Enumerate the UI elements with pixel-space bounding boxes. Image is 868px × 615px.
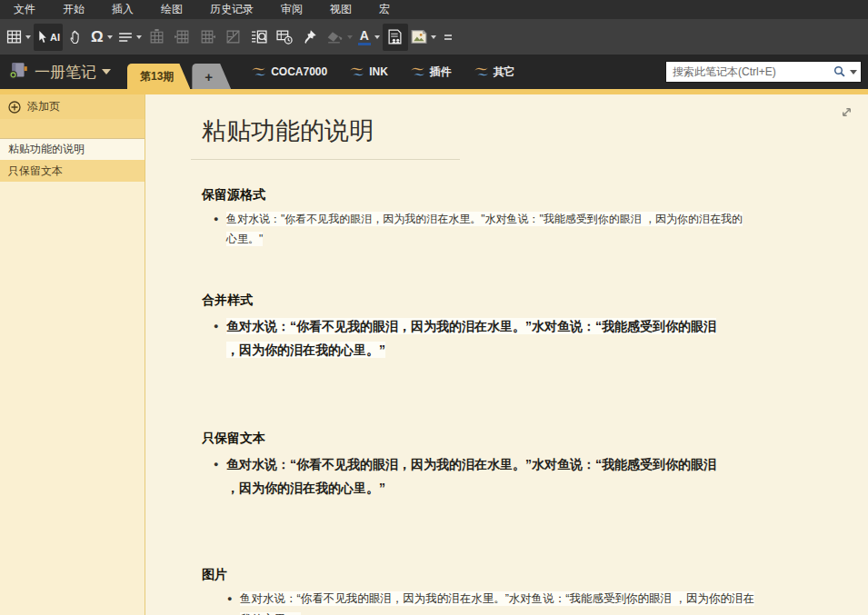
insert-table-icon[interactable]: [145, 24, 170, 51]
align-lines-icon[interactable]: [115, 24, 145, 51]
search-icon[interactable]: [833, 65, 846, 78]
note-text[interactable]: 鱼对水说：“你看不见我的眼泪，因为我的泪在水里。”水对鱼说：“我能感受到你的眼泪…: [226, 457, 716, 495]
note-paragraph[interactable]: ● 鱼对水说：“你看不见我的眼泪，因为我的泪在水里。”水对鱼说：“我能感受到你的…: [202, 452, 868, 500]
section-heading-keep-text-only[interactable]: 只保留文本: [202, 431, 868, 447]
notebook-header: 一册笔记 第13期 + COCA7000 INK 插件 其它: [0, 55, 868, 89]
section-heading-merge-formatting[interactable]: 合并样式: [202, 293, 868, 309]
section-groups: COCA7000 INK 插件 其它: [251, 64, 515, 80]
page-item-paste-instructions[interactable]: 粘贴功能的说明: [0, 138, 145, 160]
menu-review[interactable]: 审阅: [267, 0, 316, 19]
add-page-label: 添加页: [27, 99, 60, 114]
section-group-icon: [474, 66, 489, 78]
menu-home[interactable]: 开始: [49, 0, 98, 19]
menu-insert[interactable]: 插入: [98, 0, 147, 19]
symbol-omega-icon[interactable]: Ω: [88, 24, 115, 51]
font-color-icon[interactable]: A: [355, 24, 383, 51]
note-text[interactable]: 鱼对水说："你看不见我的眼泪，因为我的泪在水里。"水对鱼说："我能感受到你的眼泪…: [226, 212, 743, 246]
page-list-sidebar: 添加页 粘贴功能的说明 只保留文本: [0, 94, 145, 615]
page-item-keep-text-only[interactable]: 只保留文本: [0, 160, 145, 182]
symbol-dropdown-caret[interactable]: [107, 35, 113, 39]
section-group-label: COCA7000: [271, 65, 327, 78]
select-type-label: AI: [50, 32, 60, 43]
section-heading-keep-source-format[interactable]: 保留源格式: [202, 187, 868, 203]
note-paragraph[interactable]: ● 鱼对水说：“你看不见我的眼泪，因为我的泪在水里。”水对鱼说：“我能感受到你的…: [202, 314, 868, 362]
section-group-other[interactable]: 其它: [474, 64, 515, 80]
page-title[interactable]: 粘贴功能的说明: [202, 114, 449, 147]
menu-history[interactable]: 历史记录: [196, 0, 267, 19]
bullet-icon: ●: [215, 589, 240, 615]
page-canvas[interactable]: 粘贴功能的说明 保留源格式 ● 鱼对水说："你看不见我的眼泪，因为我的泪在水里。…: [146, 94, 868, 615]
table-history-icon[interactable]: [272, 24, 297, 51]
customize-icon[interactable]: [444, 35, 452, 40]
tab-issue-13[interactable]: 第13期: [127, 64, 190, 89]
menu-draw[interactable]: 绘图: [147, 0, 196, 19]
table-icon[interactable]: [4, 24, 34, 51]
select-type-icon[interactable]: AI: [34, 24, 63, 51]
section-group-plugins[interactable]: 插件: [410, 64, 452, 80]
onenote-window: 文件 开始 插入 绘图 历史记录 审阅 视图 宏 AI Ω: [0, 0, 868, 615]
pin-icon[interactable]: [297, 24, 323, 51]
menu-bar: 文件 开始 插入 绘图 历史记录 审阅 视图 宏: [0, 0, 868, 19]
pan-hand-icon[interactable]: [63, 24, 88, 51]
page-title-block[interactable]: 粘贴功能的说明: [191, 114, 460, 160]
notebook-title[interactable]: 一册笔记: [35, 62, 96, 83]
fill-color-caret[interactable]: [347, 35, 353, 39]
section-group-label: 插件: [430, 64, 452, 80]
search-scope-dropdown-icon[interactable]: [850, 70, 857, 74]
split-table-icon[interactable]: [221, 24, 246, 51]
page-item-label: 粘贴功能的说明: [8, 142, 85, 157]
section-group-icon: [349, 66, 364, 78]
find-table-icon[interactable]: [246, 24, 272, 51]
image-icon[interactable]: [408, 24, 439, 51]
section-group-label: 其它: [494, 64, 515, 80]
document-contacts-icon[interactable]: [383, 24, 408, 51]
insert-row-icon[interactable]: [195, 24, 221, 51]
bullet-icon: ●: [202, 209, 226, 249]
font-color-caret[interactable]: [374, 35, 380, 39]
section-group-icon: [251, 66, 266, 78]
section-heading-picture[interactable]: 图片: [202, 567, 868, 583]
section-group-coca7000[interactable]: COCA7000: [251, 65, 327, 78]
bullet-icon: ●: [202, 314, 226, 362]
search-input[interactable]: [673, 65, 833, 78]
note-paragraph-image[interactable]: ● 鱼对水说：“你看不见我的眼泪，因为我的泪在水里。”水对鱼说：“我能感受到你的…: [202, 589, 868, 615]
notebook-icon: [7, 61, 29, 84]
notebook-dropdown-icon[interactable]: [102, 69, 111, 74]
notebook-search-box[interactable]: [665, 61, 862, 83]
section-group-label: INK: [369, 65, 388, 78]
insert-column-icon[interactable]: [170, 24, 195, 51]
full-page-view-icon[interactable]: [840, 105, 853, 123]
new-section-tab[interactable]: +: [192, 64, 231, 89]
note-paragraph[interactable]: ● 鱼对水说："你看不见我的眼泪，因为我的泪在水里。"水对鱼说："我能感受到你的…: [202, 209, 868, 249]
table-dropdown-caret[interactable]: [25, 35, 31, 39]
toolbar: AI Ω: [0, 19, 868, 55]
menu-file[interactable]: 文件: [0, 0, 49, 19]
add-page-icon: [8, 101, 21, 114]
image-dropdown-caret[interactable]: [431, 35, 436, 39]
add-page-button[interactable]: 添加页: [0, 94, 145, 119]
menu-macro[interactable]: 宏: [365, 0, 404, 19]
fill-color-icon[interactable]: [323, 24, 355, 51]
section-group-icon: [410, 66, 425, 78]
bullet-icon: ●: [202, 452, 226, 500]
menu-view[interactable]: 视图: [316, 0, 365, 19]
section-group-ink[interactable]: INK: [349, 65, 388, 78]
note-text-image[interactable]: 鱼对水说：“你看不见我的眼泪，因为我的泪在水里。”水对鱼说：“我能感受到你的眼泪…: [240, 591, 754, 615]
page-item-label: 只保留文本: [8, 164, 63, 179]
note-text[interactable]: 鱼对水说：“你看不见我的眼泪，因为我的泪在水里。”水对鱼说：“我能感受到你的眼泪…: [226, 318, 716, 358]
align-dropdown-caret[interactable]: [136, 35, 142, 39]
